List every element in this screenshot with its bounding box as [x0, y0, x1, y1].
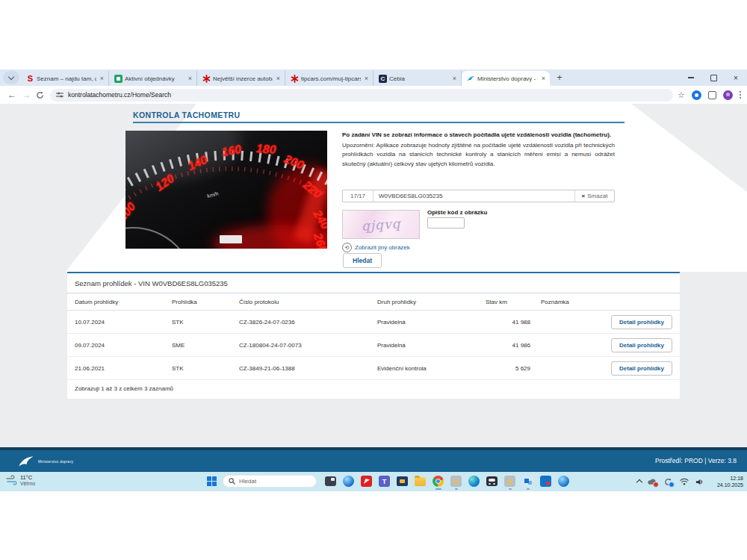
cell-prohlidka: STK [172, 365, 239, 372]
vin-input-group: 17/17 W0VBD6ES8LG035235 ×Smazat [342, 190, 615, 202]
screen: S Seznam – najdu tam, co nezná × Aktivní… [0, 0, 747, 560]
tab-search-button[interactable] [3, 71, 19, 84]
forward-icon[interactable]: → [19, 90, 34, 100]
app-chrome-icon[interactable] [432, 475, 444, 488]
seznam-favicon: S [26, 75, 34, 83]
clear-vin-button[interactable]: ×Smazat [574, 190, 614, 202]
tab-tipcars-muj[interactable]: tipcars.com/muj-tipcars/inzer × [285, 71, 374, 86]
weather-temp: 11°C [20, 474, 35, 481]
cell-stav-km: 5 629 [486, 365, 530, 372]
page-content: KONTROLA TACHOMETRU 100 [0, 104, 747, 447]
refresh-captcha-link[interactable]: ⟲ Zobrazit jiný obrázek [342, 243, 410, 252]
results-card: Seznam prohlídek - VIN W0VBD6ES8LG035235… [67, 272, 680, 399]
weather-widget[interactable]: 11°C Větrno [6, 474, 35, 486]
app-photos-icon[interactable] [324, 475, 337, 488]
app-red-icon[interactable] [360, 475, 373, 488]
app-mail-icon[interactable] [539, 475, 552, 488]
col-poznamka: Poznámka [530, 299, 608, 305]
captcha-input[interactable] [427, 217, 465, 228]
speedo-number: 180 [255, 142, 276, 156]
footer-logo: Ministerstvo dopravy [18, 455, 73, 468]
system-tray: 12:18 24.10.2025 [637, 474, 743, 489]
tab-close-icon[interactable]: × [99, 75, 105, 83]
minimize-button[interactable] [680, 69, 702, 86]
chevron-down-icon [8, 74, 14, 80]
onedrive-error-icon[interactable] [648, 477, 657, 487]
tab-close-icon[interactable]: × [275, 75, 282, 83]
table-row: 21.06.2021 STK CZ-3849-21-06-1388 Eviden… [67, 357, 680, 380]
taskbar-search[interactable]: Hledat [223, 475, 317, 488]
start-button[interactable] [207, 476, 217, 486]
cell-stav-km: 41 988 [486, 319, 530, 326]
cell-datum: 21.06.2021 [75, 365, 172, 372]
cell-stav-km: 41 986 [486, 342, 530, 349]
title-underline [133, 122, 624, 123]
site-info-icon[interactable] [56, 91, 63, 99]
tab-close-icon[interactable]: × [187, 75, 193, 83]
tab-cebia[interactable]: C Cebia × [374, 71, 462, 86]
tab-close-icon[interactable]: × [363, 75, 370, 83]
tab-title: Ministerstvo dopravy - Kontrol [477, 75, 538, 82]
reload-icon[interactable] [36, 91, 44, 99]
app-remote-desktop-icon[interactable] [521, 475, 534, 488]
profile-avatar[interactable] [723, 90, 733, 100]
detail-button[interactable]: Detail prohlídky [611, 315, 672, 329]
maximize-button[interactable] [702, 69, 725, 86]
app-tool-icon[interactable] [450, 475, 462, 488]
tab-title: Seznam – najdu tam, co nezná [37, 75, 96, 82]
results-title: Seznam prohlídek - VIN W0VBD6ES8LG035235 [67, 273, 680, 293]
sync-icon[interactable] [663, 477, 673, 487]
environment-version-text: Prostředí: PROD | Verze: 3.8 [655, 457, 737, 464]
col-protokol: Číslo protokolu [239, 299, 377, 305]
ministry-bird-icon [18, 455, 34, 468]
tray-chevron-icon[interactable] [636, 479, 642, 485]
tipcars-favicon [202, 75, 211, 83]
clock-time: 12:18 [710, 475, 743, 482]
tab-close-icon[interactable]: × [451, 75, 458, 83]
taskbar-search-label: Hledat [239, 478, 256, 485]
extension-blue-icon[interactable] [692, 90, 701, 100]
wifi-icon[interactable] [679, 477, 689, 487]
address-bar[interactable]: kontrolatachometru.cz/Home/Search [50, 89, 673, 102]
tab-seznam[interactable]: S Seznam – najdu tam, co nezná × [21, 71, 109, 86]
browser-menu-icon[interactable] [740, 91, 741, 99]
app-file-explorer-icon[interactable] [414, 475, 427, 488]
new-tab-button[interactable]: + [553, 71, 566, 84]
taskbar-clock[interactable]: 12:18 24.10.2025 [710, 475, 743, 489]
detail-button[interactable]: Detail prohlídky [611, 361, 672, 376]
tab-objednavky[interactable]: Aktivní objednávky × [109, 71, 197, 86]
vin-input[interactable]: W0VBD6ES8LG035235 [374, 190, 574, 202]
tab-ministerstvo-active[interactable]: Ministerstvo dopravy - Kontrol × [462, 71, 550, 86]
search-button[interactable]: Hledat [343, 253, 382, 268]
cell-druh: Pravidelná [377, 319, 486, 326]
url-text: kontrolatachometru.cz/Home/Search [68, 91, 171, 99]
refresh-link-label: Zobrazit jiný obrázek [355, 244, 410, 251]
app-blue-sphere2-icon[interactable] [557, 475, 570, 488]
captcha-label: Opište kód z obrázku [427, 209, 487, 216]
detail-button[interactable]: Detail prohlídky [611, 338, 672, 352]
col-stav-km: Stav km [486, 299, 530, 305]
mdcr-bird-favicon [467, 75, 475, 83]
tab-title: Největší inzerce autobazarů - T [213, 75, 273, 82]
speedometer-image: 100 120 140 160 180 200 220 240 260 km/h [125, 131, 327, 249]
search-panel: Po zadání VIN se zobrazí informace o sta… [342, 131, 615, 169]
cell-protokol: CZ-3826-24-07-0236 [239, 319, 377, 326]
cell-druh: Pravidelná [377, 342, 486, 349]
back-icon[interactable]: ← [4, 90, 19, 100]
volume-icon[interactable] [695, 477, 704, 487]
app-blue-sphere-icon[interactable] [342, 475, 355, 488]
tab-tipcars-inzerce[interactable]: Největší inzerce autobazarů - T × [197, 71, 285, 86]
tab-close-icon[interactable]: × [540, 75, 547, 83]
cell-datum: 10.07.2024 [75, 319, 172, 326]
app-briefcase-icon[interactable] [396, 475, 409, 488]
app-car-icon[interactable] [486, 475, 498, 488]
cell-druh: Evidenční kontrola [377, 365, 486, 372]
close-button[interactable]: × [725, 69, 747, 86]
table-summary: Zobrazuji 1 až 3 z celkem 3 záznamů [67, 380, 680, 399]
app-edge-icon[interactable] [468, 475, 480, 488]
app-tool2-icon[interactable] [503, 475, 516, 488]
app-teams-icon[interactable]: T [378, 475, 391, 488]
vin-char-counter: 17/17 [343, 190, 374, 202]
extensions-icon[interactable] [708, 91, 716, 99]
bookmark-star-icon[interactable]: ☆ [678, 90, 685, 100]
